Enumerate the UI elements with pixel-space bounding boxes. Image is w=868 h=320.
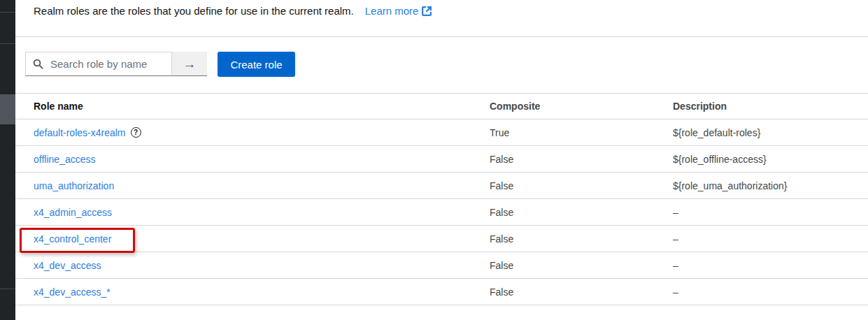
column-header-description: Description xyxy=(673,101,868,112)
table-row-highlighted: x4_control_center False – xyxy=(15,226,868,252)
composite-value: True xyxy=(490,127,673,138)
search-control: → xyxy=(25,52,207,76)
page-description-row: Realm roles are the roles that you defin… xyxy=(34,5,432,17)
role-name-link[interactable]: x4_admin_access xyxy=(34,207,112,218)
table-row: default-roles-x4realm ? True ${role_defa… xyxy=(15,119,868,146)
help-icon[interactable]: ? xyxy=(131,127,141,138)
role-name-link[interactable]: x4_dev_access xyxy=(34,260,101,271)
table-row: x4_dev_access_* False – xyxy=(15,279,868,305)
table-row: uma_authorization False ${role_uma_autho… xyxy=(15,173,868,199)
description-value: ${role_default-roles} xyxy=(673,127,868,138)
search-input[interactable] xyxy=(49,57,167,71)
composite-value: False xyxy=(490,286,673,298)
sidebar-strip xyxy=(0,0,15,320)
composite-value: False xyxy=(490,260,673,271)
composite-value: False xyxy=(490,154,673,165)
role-name-link[interactable]: uma_authorization xyxy=(34,180,114,191)
section-divider xyxy=(15,36,868,37)
learn-more-label: Learn more xyxy=(365,5,419,17)
column-header-role-name: Role name xyxy=(15,101,490,112)
description-value: – xyxy=(673,286,868,298)
description-value: – xyxy=(673,260,868,271)
external-link-icon xyxy=(422,6,432,16)
search-submit-button[interactable]: → xyxy=(172,52,207,76)
table-row: offline_access False ${role_offline-acce… xyxy=(15,146,868,173)
sidebar-divider xyxy=(0,12,15,13)
role-name-link[interactable]: x4_control_center xyxy=(34,233,111,245)
table-header-row: Role name Composite Description xyxy=(15,93,868,119)
composite-value: False xyxy=(490,207,673,218)
arrow-right-icon: → xyxy=(183,57,197,71)
page-description: Realm roles are the roles that you defin… xyxy=(34,5,354,17)
sidebar-divider xyxy=(0,289,15,289)
search-box xyxy=(25,52,172,76)
column-header-composite: Composite xyxy=(490,101,673,112)
description-value: – xyxy=(673,207,868,218)
composite-value: False xyxy=(490,180,673,191)
learn-more-link[interactable]: Learn more xyxy=(365,5,432,17)
sidebar-divider xyxy=(0,43,15,44)
create-role-button[interactable]: Create role xyxy=(218,52,295,77)
sidebar-item-realm-roles-selected[interactable] xyxy=(0,94,15,124)
table-row: x4_admin_access False – xyxy=(15,199,868,226)
description-value: – xyxy=(673,233,868,245)
description-value: ${role_uma_authorization} xyxy=(673,180,868,191)
description-value: ${role_offline-access} xyxy=(673,154,868,165)
composite-value: False xyxy=(490,233,673,245)
search-icon xyxy=(33,59,43,69)
table-row: x4_dev_access False – xyxy=(15,252,868,279)
realm-roles-table: Role name Composite Description default-… xyxy=(15,93,868,305)
role-name-link[interactable]: offline_access xyxy=(34,154,95,165)
role-name-link[interactable]: default-roles-x4realm xyxy=(34,127,126,138)
role-name-link[interactable]: x4_dev_access_* xyxy=(34,286,111,298)
